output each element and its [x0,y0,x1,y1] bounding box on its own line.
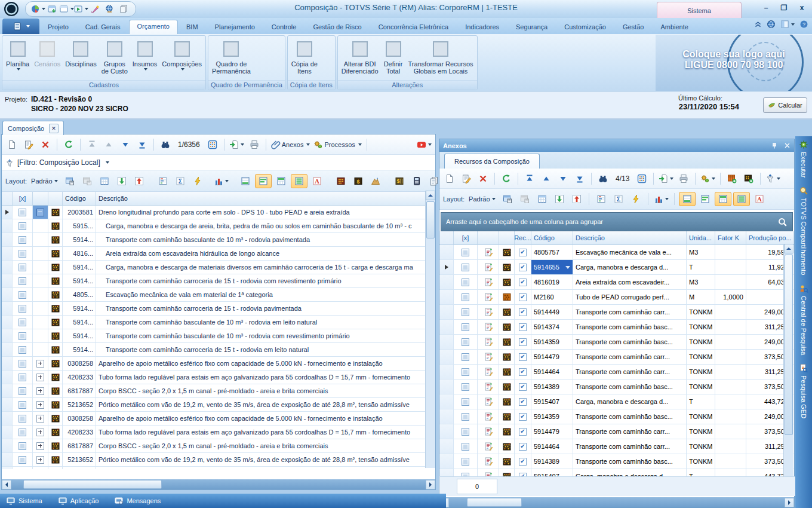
row-checkbox[interactable] [19,456,26,464]
move-down-button[interactable] [114,175,130,188]
save-layout-button[interactable] [62,175,78,188]
ribbon-tab-seguran-a[interactable]: Segurança [508,20,556,34]
header-unidade[interactable]: Unida... [687,231,715,244]
expand-icon[interactable] [36,456,44,464]
row-checkbox[interactable] [19,250,26,258]
ribbon-tab-gest-o-de-risco[interactable]: Gestão de Risco [304,20,370,34]
table-view-button[interactable] [97,175,112,188]
edit-record-button[interactable] [459,172,474,185]
new-window-button[interactable] [46,4,58,14]
restore-button[interactable]: ❐ [779,4,789,12]
expand-icon[interactable] [36,360,44,368]
ribbon-tab-ambiente[interactable]: Ambiente [652,20,696,34]
row-checkbox[interactable] [462,368,469,376]
dock-tab-executar[interactable]: Executar [799,140,808,178]
rec-checkbox[interactable] [519,413,527,421]
layout-panes-button[interactable] [780,20,795,29]
row-checkbox[interactable] [19,332,26,340]
status-item-sistema[interactable]: Sistema [6,496,42,506]
expand-icon[interactable] [36,401,44,409]
table-row[interactable]: 5914479Transporte com caminhão carr...TO… [439,424,794,439]
row-checkbox[interactable] [462,443,469,451]
row-checkbox[interactable] [19,222,26,230]
header-codigo[interactable]: Código [531,231,573,244]
table-row[interactable]: 5914374Transporte com caminhão basc...TO… [439,320,794,335]
print-button[interactable] [676,172,691,185]
layout-select[interactable]: Padrão [31,178,57,185]
row-checkbox[interactable] [462,293,469,301]
custo-button[interactable]: $ [350,175,366,188]
ribbon-button-planilha[interactable]: Planilha [4,37,32,71]
expand-icon[interactable] [36,415,44,423]
table-row[interactable]: 5213652Pórtico metálico com vão de 19,2 … [2,398,435,412]
totals-button[interactable]: Σ [611,192,626,206]
rec-checkbox[interactable] [519,353,527,361]
ribbon-tab-planejamento[interactable]: Planejamento [207,20,263,34]
row-checkbox[interactable] [462,428,469,436]
calculadora-button[interactable] [409,175,425,188]
row-checkbox[interactable] [19,236,26,244]
processos-button[interactable]: Processos [312,138,362,151]
left-grid-hscrollbar[interactable] [2,479,435,489]
anexos-button[interactable]: Anexos [270,138,312,151]
ribbon-button-definir[interactable]: Definir Total [381,37,406,75]
view-detail-bottom-button[interactable] [679,192,696,206]
row-checkbox[interactable] [19,291,26,299]
ribbon-button-insumos[interactable]: Insumos [130,37,160,71]
table-row[interactable]: 4816...Areia extraída com escavadeira hi… [2,247,435,261]
cell-dropdown-icon[interactable] [565,266,570,269]
rec-checkbox[interactable] [519,323,527,331]
nav-last-button[interactable] [134,138,150,151]
row-checkbox[interactable] [462,323,469,331]
nav-last-button[interactable] [572,172,588,185]
rec-checkbox[interactable] [519,293,527,301]
window-button[interactable] [60,4,72,14]
expand-icon[interactable] [36,374,44,381]
goto-record-button[interactable] [205,138,220,151]
export-button[interactable] [228,138,245,151]
header-check[interactable]: [x] [13,192,33,205]
row-checkbox[interactable] [19,305,26,313]
font-button[interactable]: A [309,175,325,188]
table-row[interactable]: 5914...Transporte com caminhão carroceri… [2,274,435,288]
table-row[interactable]: 5914359Transporte com caminhão basc...TO… [439,335,794,350]
row-checkbox[interactable] [462,353,469,361]
right-grid-hscrollbar[interactable] [439,497,794,507]
row-checkbox[interactable] [19,387,26,395]
rec-checkbox[interactable] [519,383,527,391]
expand-icon[interactable] [36,429,44,436]
run-button[interactable] [75,4,87,14]
header-descricao[interactable]: Descrição [96,192,435,205]
nav-prev-button[interactable] [539,172,554,185]
view-detail-bottom-button[interactable] [238,175,253,188]
ribbon-tab-concorr-ncia-eletr-nica[interactable]: Concorrência Eletrônica [370,20,457,34]
header-codigo[interactable]: Código [63,192,96,205]
table-row[interactable]: 4208233Tubo forma lado regulável para es… [2,371,435,384]
rec-checkbox[interactable] [519,338,527,346]
dock-tab-central-de-pesquisa[interactable]: Central de Pesquisa [799,284,808,355]
rec-checkbox[interactable] [519,443,527,451]
new-record-button[interactable] [4,138,20,151]
table-row[interactable]: 5914...Transporte com caminhão carroceri… [2,302,435,316]
row-checkbox[interactable] [19,415,26,423]
table-row[interactable]: 5914...Transporte com caminhão carroceri… [2,343,435,357]
tab-close-icon[interactable]: ✕ [49,124,59,133]
table-row[interactable]: 5915...Carga, manobra e descarga de arei… [2,219,435,233]
insert-resource-button[interactable] [741,172,756,185]
save-layout-button[interactable] [500,192,515,206]
nav-first-button[interactable] [522,172,537,185]
row-checkbox[interactable] [19,360,26,368]
status-item-aplica-o[interactable]: Aplicação [58,496,99,506]
row-checkbox[interactable] [462,398,469,406]
table-row[interactable]: 5914...Transporte com caminhão basculant… [2,316,435,329]
calcular-button[interactable]: Calcular [763,97,807,113]
row-checkbox[interactable] [19,374,26,381]
search-icon[interactable] [777,217,788,227]
table-row[interactable]: 5915407Carga, manobra e descarga d...T44… [439,469,794,476]
close-button[interactable]: x [796,4,807,12]
header-check[interactable]: [x] [454,231,478,244]
view-split-button[interactable] [715,192,731,206]
dock-tab-pesquisa-ged[interactable]: Pesquisa GED [799,363,808,418]
view-detail-mid-button[interactable] [255,174,272,188]
table-row[interactable]: 5914479Transporte com caminhão carr...TO… [439,350,794,365]
